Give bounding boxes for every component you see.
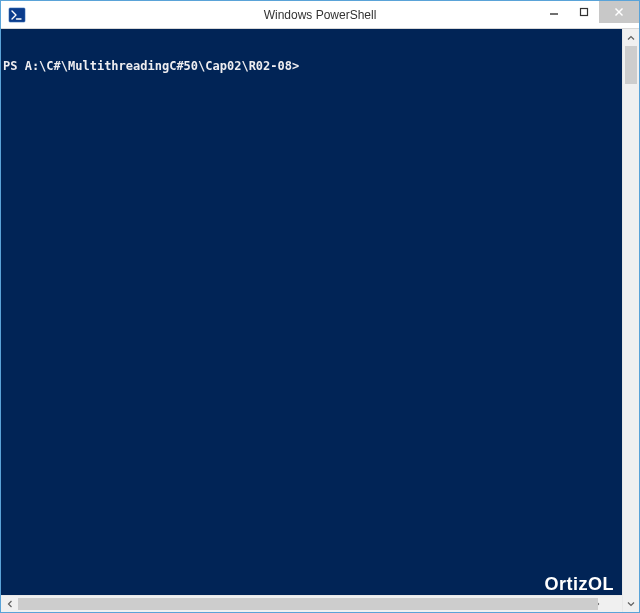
scroll-left-arrow-icon[interactable] <box>1 596 18 612</box>
vscroll-track[interactable] <box>623 46 639 595</box>
horizontal-scrollbar[interactable] <box>1 595 622 612</box>
watermark: OrtizOL <box>545 577 615 591</box>
terminal-wrap: PS A:\C#\MultithreadingC#50\Cap02\R02-08… <box>1 29 622 612</box>
prompt-line: PS A:\C#\MultithreadingC#50\Cap02\R02-08… <box>3 59 620 73</box>
hscroll-thumb[interactable] <box>18 598 598 610</box>
scrollbar-corner <box>605 596 622 612</box>
powershell-window: Windows PowerShell PS A:\C#\Multithreadi… <box>0 0 640 613</box>
maximize-button[interactable] <box>569 1 599 23</box>
hscroll-track[interactable] <box>18 596 588 612</box>
svg-rect-0 <box>9 8 25 22</box>
vertical-scrollbar[interactable] <box>622 29 639 612</box>
scroll-up-arrow-icon[interactable] <box>623 29 639 46</box>
svg-rect-3 <box>581 8 588 15</box>
terminal[interactable]: PS A:\C#\MultithreadingC#50\Cap02\R02-08… <box>1 29 622 595</box>
minimize-button[interactable] <box>539 1 569 23</box>
powershell-icon <box>7 5 27 25</box>
titlebar[interactable]: Windows PowerShell <box>1 1 639 29</box>
content-area: PS A:\C#\MultithreadingC#50\Cap02\R02-08… <box>1 29 639 612</box>
vscroll-thumb[interactable] <box>625 46 637 84</box>
scroll-down-arrow-icon[interactable] <box>623 595 639 612</box>
close-button[interactable] <box>599 1 639 23</box>
window-controls <box>539 1 639 23</box>
